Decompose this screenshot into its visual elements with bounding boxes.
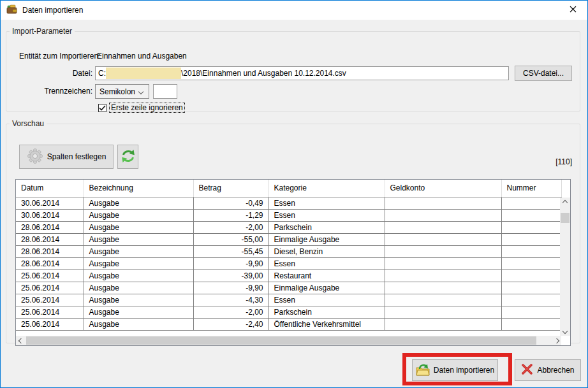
- close-button[interactable]: [559, 1, 587, 20]
- table-cell: [385, 221, 501, 233]
- entity-value: Einnahmen und Ausgaben: [97, 52, 187, 61]
- import-folder-icon: [416, 363, 430, 378]
- separator-label: Trennzeichen:: [14, 87, 92, 96]
- column-header[interactable]: Bezeichnung: [84, 180, 193, 197]
- table-cell: [385, 306, 501, 318]
- file-path-input[interactable]: C: \2018\Einnahmen und Ausgaben 10.12.20…: [95, 66, 509, 80]
- table-cell: [385, 245, 501, 257]
- table-cell: Parkschein: [268, 306, 385, 318]
- table-cell: -55,45: [193, 245, 268, 257]
- table-cell: Ausgabe: [84, 209, 193, 221]
- table-cell: 30.06.2014: [16, 209, 84, 221]
- separator-selected-value: Semikolon: [99, 87, 135, 96]
- import-data-button-label: Daten importieren: [434, 366, 494, 375]
- table-cell: Ausgabe: [84, 197, 193, 209]
- cancel-button-label: Abbrechen: [537, 366, 574, 375]
- set-columns-button-label: Spalten festlegen: [47, 152, 107, 161]
- table-row[interactable]: 25.06.2014Ausgabe-39,00Restaurant: [16, 269, 561, 282]
- table-cell: Öffentliche Verkehrsmittel: [268, 318, 385, 330]
- horizontal-scrollbar-thumb[interactable]: [26, 336, 536, 345]
- cancel-button[interactable]: Abbrechen: [515, 359, 581, 381]
- table-cell: 28.06.2014: [16, 233, 84, 245]
- ignore-first-line-row: Erste zeile ignorieren: [98, 103, 184, 112]
- column-header[interactable]: Nummer: [501, 180, 561, 197]
- table-cell: Einmalige Ausgabe: [268, 233, 385, 245]
- table-cell: 25.06.2014: [16, 318, 84, 330]
- table-cell: Ausgabe: [84, 318, 193, 330]
- table-cell: Ausgabe: [84, 269, 193, 282]
- table-cell: Ausgabe: [84, 233, 193, 245]
- table-cell: Essen: [268, 294, 385, 306]
- table-row[interactable]: 30.06.2014Ausgabe-1,29Essen: [16, 209, 561, 221]
- table-cell: -9,90: [193, 257, 268, 269]
- column-header[interactable]: Kategorie: [268, 180, 385, 197]
- table-row[interactable]: 25.06.2014Ausgabe-9,90Einmalige Ausgabe: [16, 282, 561, 294]
- set-columns-button[interactable]: Spalten festlegen: [19, 145, 114, 169]
- scroll-up-icon[interactable]: [560, 198, 570, 207]
- import-parameters-label: Import-Parameter: [10, 27, 75, 36]
- ignore-first-line-label[interactable]: Erste zeile ignorieren: [110, 103, 184, 112]
- table-cell: -2,00: [193, 306, 268, 318]
- close-icon: [570, 6, 577, 15]
- table-row[interactable]: 30.06.2014Ausgabe-0,49Essen: [16, 197, 561, 209]
- table-cell: [501, 306, 561, 318]
- table-cell: [385, 294, 501, 306]
- vertical-scrollbar[interactable]: [560, 198, 570, 336]
- table-cell: -4,30: [193, 294, 268, 306]
- horizontal-scrollbar[interactable]: [16, 336, 561, 345]
- column-header[interactable]: Datum: [16, 180, 84, 197]
- titlebar: Daten importieren: [1, 1, 587, 20]
- custom-separator-input[interactable]: [153, 84, 177, 99]
- table-cell: -0,49: [193, 197, 268, 209]
- entity-label: Entität zum Importieren:: [19, 52, 100, 61]
- table-cell: 25.06.2014: [16, 294, 84, 306]
- table-cell: [501, 318, 561, 330]
- table-cell: [385, 233, 501, 245]
- scroll-right-icon[interactable]: [552, 336, 561, 345]
- table-cell: Essen: [268, 197, 385, 209]
- scroll-left-icon[interactable]: [16, 336, 26, 345]
- window-title: Daten importieren: [22, 6, 83, 15]
- table-row[interactable]: 28.06.2014Ausgabe-55,00Einmalige Ausgabe: [16, 233, 561, 245]
- table-cell: -55,00: [193, 233, 268, 245]
- table-cell: [501, 282, 561, 294]
- preview-label: Vorschau: [10, 119, 47, 128]
- table-cell: [385, 197, 501, 209]
- table-cell: 28.06.2014: [16, 257, 84, 269]
- vertical-scrollbar-thumb[interactable]: [561, 213, 570, 223]
- table-row[interactable]: 28.06.2014Ausgabe-9,90Essen: [16, 257, 561, 269]
- table-row[interactable]: 25.06.2014Ausgabe-2,40Öffentliche Verkeh…: [16, 318, 561, 330]
- table-cell: -1,29: [193, 209, 268, 221]
- table-cell: Einmalige Ausgabe: [268, 282, 385, 294]
- cancel-x-icon: [521, 364, 533, 377]
- refresh-button[interactable]: [117, 145, 138, 169]
- table-row[interactable]: 28.06.2014Ausgabe-2,00Parkschein: [16, 221, 561, 233]
- table-cell: Ausgabe: [84, 245, 193, 257]
- ignore-first-line-checkbox[interactable]: [98, 104, 107, 112]
- column-header[interactable]: Geldkonto: [385, 180, 501, 197]
- column-header[interactable]: Betrag: [193, 180, 268, 197]
- import-data-button[interactable]: Daten importieren: [412, 359, 498, 381]
- separator-select[interactable]: Semikolon: [95, 84, 149, 99]
- file-path-prefix: C:: [98, 69, 106, 78]
- import-dialog-window: Daten importieren Import-Parameter Entit…: [0, 0, 588, 388]
- table-cell: Ausgabe: [84, 282, 193, 294]
- file-path-suffix: \2018\Einnahmen und Ausgaben 10.12.2014.…: [181, 69, 346, 78]
- table-body: 30.06.2014Ausgabe-0,49Essen30.06.2014Aus…: [16, 197, 561, 330]
- table-row[interactable]: 25.06.2014Ausgabe-2,00Parkschein: [16, 306, 561, 318]
- preview-group: Vorschau Spalten festlegen: [6, 119, 580, 343]
- file-label: Datei:: [14, 69, 92, 78]
- table-row[interactable]: 25.06.2014Ausgabe-4,30Essen: [16, 294, 561, 306]
- csv-file-button[interactable]: CSV-datei...: [515, 66, 572, 81]
- table-cell: 30.06.2014: [16, 197, 84, 209]
- table-cell: Ausgabe: [84, 306, 193, 318]
- table-cell: 25.06.2014: [16, 282, 84, 294]
- table-row[interactable]: 28.06.2014Ausgabe-55,45Diesel, Benzin: [16, 245, 561, 257]
- table-cell: 28.06.2014: [16, 221, 84, 233]
- table-cell: [385, 282, 501, 294]
- table-cell: [501, 209, 561, 221]
- scroll-down-icon[interactable]: [560, 326, 570, 336]
- table-cell: Restaurant: [268, 269, 385, 282]
- row-count-badge: [110]: [555, 157, 572, 166]
- table-cell: [501, 221, 561, 233]
